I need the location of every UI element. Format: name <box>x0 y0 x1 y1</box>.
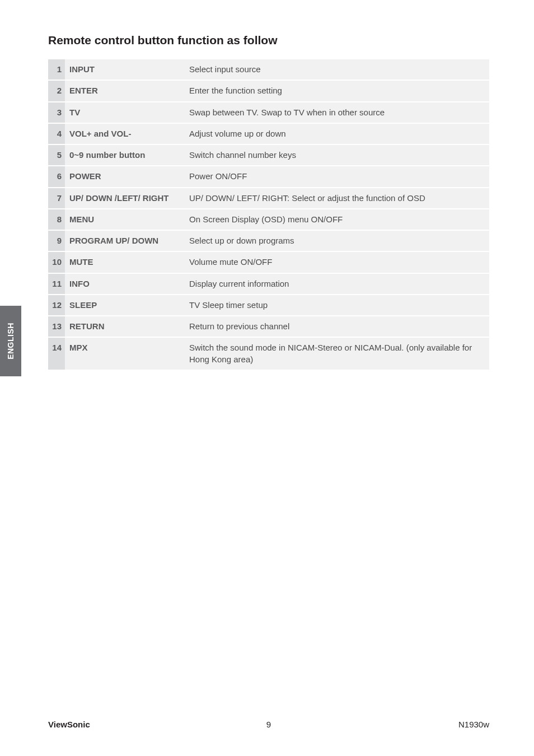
table-row: 1INPUTSelect input source <box>48 59 489 80</box>
button-name: POWER <box>65 166 185 187</box>
button-description: Volume mute ON/OFF <box>185 251 489 273</box>
row-number: 10 <box>48 251 65 273</box>
page-title: Remote control button function as follow <box>48 34 489 47</box>
row-number: 5 <box>48 144 65 166</box>
button-name: MUTE <box>65 251 185 273</box>
button-name: ENTER <box>65 80 185 101</box>
button-description: Switch channel number keys <box>185 144 489 166</box>
row-number: 6 <box>48 166 65 187</box>
button-description: TV Sleep timer setup <box>185 295 489 316</box>
table-row: 9PROGRAM UP/ DOWNSelect up or down progr… <box>48 230 489 251</box>
button-name: INFO <box>65 273 185 295</box>
button-name: VOL+ and VOL- <box>65 123 185 144</box>
button-description: Display current information <box>185 273 489 295</box>
row-number: 11 <box>48 273 65 295</box>
row-number: 3 <box>48 102 65 123</box>
remote-control-table: 1INPUTSelect input source2ENTEREnter the… <box>48 59 489 371</box>
button-name: PROGRAM UP/ DOWN <box>65 230 185 251</box>
row-number: 9 <box>48 230 65 251</box>
row-number: 1 <box>48 59 65 80</box>
row-number: 2 <box>48 80 65 101</box>
table-row: 11INFODisplay current information <box>48 273 489 295</box>
button-name: MENU <box>65 209 185 230</box>
table-row: 14MPXSwitch the sound mode in NICAM-Ster… <box>48 337 489 370</box>
table-row: 3TVSwap between TV. Swap to TV when in o… <box>48 102 489 123</box>
table-row: 7UP/ DOWN /LEFT/ RIGHTUP/ DOWN/ LEFT/ RI… <box>48 188 489 209</box>
footer-model: N1930w <box>458 720 489 729</box>
remote-control-table-body: 1INPUTSelect input source2ENTEREnter the… <box>48 59 489 370</box>
row-number: 8 <box>48 209 65 230</box>
language-tab: ENGLISH <box>0 306 21 376</box>
table-row: 50~9 number buttonSwitch channel number … <box>48 144 489 166</box>
table-row: 6POWERPower ON/OFF <box>48 166 489 187</box>
button-description: Adjust volume up or down <box>185 123 489 144</box>
footer-brand: ViewSonic <box>48 720 90 729</box>
row-number: 13 <box>48 316 65 337</box>
button-description: Return to previous channel <box>185 316 489 337</box>
button-description: On Screen Display (OSD) menu ON/OFF <box>185 209 489 230</box>
table-row: 2ENTEREnter the function setting <box>48 80 489 101</box>
footer-page-number: 9 <box>266 720 271 729</box>
table-row: 4VOL+ and VOL-Adjust volume up or down <box>48 123 489 144</box>
button-description: Select input source <box>185 59 489 80</box>
button-name: UP/ DOWN /LEFT/ RIGHT <box>65 188 185 209</box>
table-row: 13RETURNReturn to previous channel <box>48 316 489 337</box>
row-number: 4 <box>48 123 65 144</box>
button-description: Select up or down programs <box>185 230 489 251</box>
row-number: 12 <box>48 295 65 316</box>
table-row: 12SLEEPTV Sleep timer setup <box>48 295 489 316</box>
button-description: UP/ DOWN/ LEFT/ RIGHT: Select or adjust … <box>185 188 489 209</box>
button-description: Enter the function setting <box>185 80 489 101</box>
row-number: 14 <box>48 337 65 370</box>
button-name: 0~9 number button <box>65 144 185 166</box>
table-row: 10MUTEVolume mute ON/OFF <box>48 251 489 273</box>
button-description: Swap between TV. Swap to TV when in othe… <box>185 102 489 123</box>
table-row: 8MENUOn Screen Display (OSD) menu ON/OFF <box>48 209 489 230</box>
button-name: SLEEP <box>65 295 185 316</box>
button-name: RETURN <box>65 316 185 337</box>
button-name: MPX <box>65 337 185 370</box>
button-name: INPUT <box>65 59 185 80</box>
row-number: 7 <box>48 188 65 209</box>
language-tab-label: ENGLISH <box>6 323 15 360</box>
footer: ViewSonic 9 N1930w <box>48 720 489 729</box>
button-name: TV <box>65 102 185 123</box>
button-description: Switch the sound mode in NICAM-Stereo or… <box>185 337 489 370</box>
button-description: Power ON/OFF <box>185 166 489 187</box>
